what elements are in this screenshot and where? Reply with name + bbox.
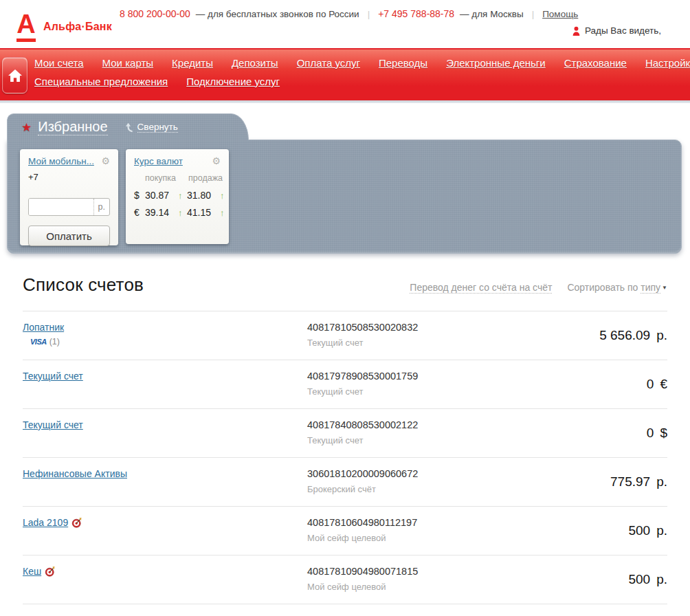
- logo-underline-bar: [16, 38, 36, 42]
- gear-icon[interactable]: ⚙: [212, 156, 221, 166]
- phone-moscow-note: — для Москвы: [460, 9, 524, 19]
- nav-row-secondary: Специальные предложенияПодключение услуг: [34, 76, 690, 87]
- currency-rates-rows: $ 30.87 ↑ 31.80 ↑ € 39.14 ↑ 41.15 ↑: [134, 190, 221, 218]
- account-name-link[interactable]: Текущий счет: [23, 371, 83, 382]
- main-nav: Мои счетаМои картыКредитыДепозитыОплата …: [0, 48, 690, 103]
- nav-item[interactable]: Электронные деньги: [446, 57, 546, 69]
- account-number: 40817810508530020832: [307, 322, 537, 333]
- nav-item[interactable]: Мои счета: [34, 57, 84, 69]
- account-balance: 0$: [537, 419, 667, 446]
- balance-currency: €: [660, 377, 667, 391]
- account-number: 40817810604980112197: [307, 517, 537, 528]
- favorites-body: Мой мобильн... ⚙ +7 р. Оплатить Курс вал…: [7, 140, 682, 254]
- nav-item[interactable]: Специальные предложения: [34, 76, 168, 87]
- sort-caret-icon[interactable]: ▼: [662, 285, 667, 291]
- account-name-link[interactable]: Лопатник: [23, 322, 64, 333]
- gear-icon[interactable]: ⚙: [101, 156, 110, 166]
- header-separator: |: [368, 9, 370, 19]
- account-type: Текущий счет: [307, 435, 537, 446]
- sort-label: Сортировать по: [567, 282, 638, 293]
- transfer-money-link[interactable]: Перевод денег со счёта на счёт: [410, 282, 552, 294]
- logo-text: Альфа·Банк: [43, 21, 112, 33]
- phones-row: 8 800 200-00-00 — для бесплатных звонков…: [120, 8, 690, 19]
- account-balance: 5 656.09р.: [537, 322, 667, 348]
- fx-buy-header: покупка: [145, 173, 178, 183]
- balance-amount: 0: [647, 377, 654, 391]
- balance-currency: р.: [656, 328, 667, 342]
- balance-currency: $: [660, 426, 667, 440]
- header-right: 8 800 200-00-00 — для бесплатных звонков…: [120, 0, 690, 48]
- account-name-link[interactable]: Текущий счет: [23, 419, 83, 430]
- balance-amount: 0: [647, 426, 654, 440]
- currency-rates-table: покупка продажа: [134, 173, 221, 183]
- up-arrow-icon: ↑: [220, 208, 229, 218]
- currency-suffix: р.: [93, 199, 109, 215]
- up-arrow-icon: ↑: [220, 190, 229, 201]
- home-button[interactable]: [2, 57, 27, 94]
- account-balance: 0€: [537, 371, 667, 397]
- accounts-section: Список счетов Перевод денег со счёта на …: [0, 274, 690, 604]
- mobile-widget-title-link[interactable]: Мой мобильн...: [28, 156, 94, 166]
- account-name-link[interactable]: Lada 2109: [23, 517, 68, 528]
- visa-icon: VISA: [30, 338, 47, 346]
- greeting-text: Рады Вас видеть,: [585, 25, 661, 36]
- account-row: Кеш 40817: [23, 555, 667, 604]
- buy-rate: 39.14: [145, 207, 178, 218]
- account-number: 40817978908530001759: [307, 371, 537, 382]
- account-type: Текущий счет: [307, 386, 537, 397]
- account-name-link[interactable]: Кеш: [23, 566, 41, 577]
- account-type: Брокерский счёт: [307, 484, 537, 494]
- account-number: 40817810904980071815: [307, 566, 537, 577]
- account-balance: 500р.: [537, 517, 667, 543]
- account-balance: 500р.: [537, 566, 667, 592]
- nav-item[interactable]: Депозиты: [232, 57, 278, 69]
- up-arrow-icon: ↑: [178, 190, 187, 201]
- visa-card-count: (1): [49, 337, 60, 346]
- sell-rate: 41.15: [187, 207, 220, 218]
- currency-symbol: $: [134, 190, 145, 201]
- favorites-title[interactable]: Избранное: [38, 119, 107, 135]
- amount-input-group: р.: [28, 198, 110, 216]
- nav-item[interactable]: Кредиты: [172, 57, 213, 69]
- currency-widget-title-link[interactable]: Курс валют: [134, 156, 183, 166]
- sort-value-link[interactable]: типу: [641, 282, 660, 294]
- buy-rate: 30.87: [145, 190, 178, 201]
- mobile-phone-number: +7: [28, 172, 110, 182]
- account-row: Текущий счет 40817840808530002122 Текущи…: [23, 408, 667, 457]
- pay-button[interactable]: Оплатить: [28, 226, 110, 246]
- account-type: Мой сейф целевой: [307, 533, 537, 543]
- balance-amount: 775.97: [610, 474, 650, 489]
- target-goal-icon: [71, 517, 82, 528]
- currency-symbol: €: [134, 207, 145, 218]
- phone-russia: 8 800 200-00-00: [120, 8, 190, 19]
- home-icon: [8, 69, 23, 82]
- nav-item[interactable]: Переводы: [379, 57, 427, 69]
- sell-rate: 31.80: [187, 190, 220, 201]
- alfabank-logo[interactable]: А Альфа·Банк: [16, 6, 120, 48]
- phone-moscow: +7 495 788-88-78: [378, 8, 454, 19]
- account-number: 40817840808530002122: [307, 419, 537, 430]
- top-header: А Альфа·Банк 8 800 200-00-00 — для беспл…: [0, 0, 690, 48]
- account-name-link[interactable]: Нефинансовые Активы: [23, 468, 127, 479]
- target-goal-icon: [45, 566, 56, 577]
- user-icon: [572, 26, 581, 36]
- nav-item[interactable]: Настройки: [645, 57, 690, 69]
- accounts-list: Лопатник VISA (1) 40817810508530020832 Т…: [23, 311, 667, 604]
- balance-currency: р.: [656, 572, 667, 586]
- collapse-link[interactable]: Свернуть: [137, 122, 178, 133]
- nav-item[interactable]: Оплата услуг: [297, 57, 360, 69]
- balance-amount: 5 656.09: [599, 328, 650, 342]
- amount-input[interactable]: [29, 199, 93, 215]
- account-row: Нефинансовые Активы 30601810200009060672…: [23, 457, 667, 506]
- alfabank-logo-mark: А: [16, 12, 36, 42]
- nav-item[interactable]: Мои карты: [102, 57, 153, 69]
- account-row: Lada 2109: [23, 506, 667, 555]
- help-link[interactable]: Помощь: [542, 9, 578, 19]
- sort-control: Сортировать по типу▼: [567, 282, 667, 293]
- nav-item[interactable]: Страхование: [564, 57, 627, 69]
- nav-item[interactable]: Подключение услуг: [186, 76, 280, 87]
- balance-currency: р.: [656, 474, 667, 489]
- greeting-row: Рады Вас видеть,: [120, 25, 690, 36]
- nav-row-primary: Мои счетаМои картыКредитыДепозитыОплата …: [34, 57, 690, 69]
- account-balance: 775.97р.: [537, 468, 667, 494]
